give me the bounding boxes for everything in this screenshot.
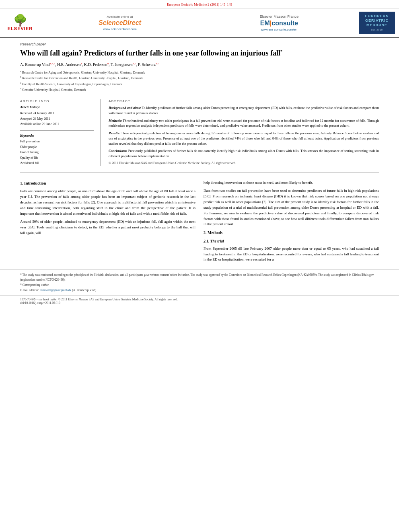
- keywords-label: Keywords:: [20, 134, 94, 138]
- footnotes-section: * The study was conducted according to t…: [0, 269, 399, 296]
- affiliation-item: b Research Centre for Prevention and Hea…: [20, 75, 379, 81]
- keyword-item: Accidental fall: [20, 160, 94, 166]
- author-email-link[interactable]: anbovi01@glo.regionh.dk: [40, 288, 72, 292]
- body-left-column: 1. Introduction Falls are common among o…: [20, 180, 195, 265]
- journal-banner: 🌳 ELSEVIER Available online at ScienceDi…: [0, 8, 399, 38]
- accepted-date: Accepted 24 May 2011: [20, 116, 94, 122]
- elsevier-tree-icon: 🌳: [13, 15, 27, 26]
- body-para2: Around 50% of older people, admitted to …: [20, 219, 195, 236]
- affiliation-item: d Gentofte University Hospital, Gentofte…: [20, 87, 379, 92]
- body-para1: Falls are common among older people, as …: [20, 189, 195, 217]
- online-date: Available online 29 June 2011: [20, 121, 94, 127]
- elsevier-wordmark: ELSEVIER: [8, 26, 33, 31]
- em-consulte-logo: EM|consulte: [260, 20, 298, 27]
- abstract-results: Results: Three independent predictors of…: [109, 131, 379, 146]
- abstract-copyright: © 2011 Elsevier Masson SAS and European …: [109, 161, 379, 165]
- keyword-item: Fear of falling: [20, 150, 94, 155]
- journal-ref-text: European Geriatric Medicine 2 (2011) 145…: [167, 2, 232, 6]
- article-history-label: Article history:: [20, 105, 94, 109]
- journal-reference-bar: European Geriatric Medicine 2 (2011) 145…: [0, 0, 399, 8]
- affiliations-block: a Research Centre for Aging and Osteopor…: [20, 70, 379, 93]
- section2-heading: 2. Methods: [204, 230, 379, 236]
- section-divider: [20, 96, 379, 96]
- footer-issn: 1878-7649/$ – see front matter © 2011 El…: [0, 296, 399, 306]
- paper-type-label: Research paper: [20, 42, 379, 46]
- affiliation-item: a Research Centre for Aging and Osteopor…: [20, 70, 379, 75]
- article-info-column: ARTICLE INFO Article history: Received 2…: [20, 99, 101, 166]
- abstract-background: Background and aims: To identify predict…: [109, 105, 379, 116]
- article-info-section-label: ARTICLE INFO: [20, 99, 94, 103]
- body-section: 1. Introduction Falls are common among o…: [0, 175, 399, 269]
- received-date: Received 24 January 2011: [20, 111, 94, 116]
- footnote-star: * The study was conducted according to t…: [20, 273, 379, 282]
- keyword-item: Quality of life: [20, 155, 94, 161]
- footnote-email: E-mail address: anbovi01@glo.regionh.dk …: [20, 288, 379, 292]
- section1-heading: 1. Introduction: [20, 180, 195, 187]
- egm-badge-subtitle: est. 2010: [360, 28, 393, 31]
- paper-title: Who will fall again? Predictors of furth…: [20, 49, 379, 58]
- egm-badge: EUROPEANGERIATRICMEDICINE est. 2010: [359, 12, 395, 34]
- body-right-column: help directing intervention at those mos…: [204, 180, 379, 265]
- body-para3: help directing intervention at those mos…: [204, 180, 379, 186]
- abstract-label: ABSTRACT: [109, 99, 379, 103]
- em-masson-label: Elsevier Masson France: [260, 14, 299, 18]
- body-para5: From September 2005 till late February 2…: [204, 246, 379, 263]
- elsevier-logo: 🌳 ELSEVIER: [4, 15, 36, 31]
- keywords-section: Keywords: Fall preventionOlder peopleFea…: [20, 134, 94, 166]
- issn-text: 1878-7649/$ – see front matter © 2011 El…: [20, 298, 379, 301]
- doi-text: doi:10.1016/j.eurger.2011.05.010: [20, 301, 379, 305]
- affiliation-item: c Faculty of Health Science, University …: [20, 81, 379, 87]
- body-divider: [20, 173, 379, 173]
- available-online-label: Available online at: [107, 15, 133, 18]
- sciencedirect-logo: ScienceDirect: [99, 19, 141, 27]
- keywords-list: Fall preventionOlder peopleFear of falli…: [20, 139, 94, 166]
- article-dates: Received 24 January 2011 Accepted 24 May…: [20, 111, 94, 127]
- em-consulte-section: Elsevier Masson France EM|consulte www.e…: [200, 14, 359, 31]
- em-url: www.em-consulte.com/en: [261, 28, 297, 31]
- keyword-item: Fall prevention: [20, 139, 94, 144]
- sciencedirect-url: www.sciencedirect.com: [103, 27, 136, 31]
- abstract-conclusions: Conclusions: Previously published predic…: [109, 148, 379, 159]
- egm-badge-line1: EUROPEANGERIATRICMEDICINE: [360, 14, 393, 27]
- keyword-item: Older people: [20, 144, 94, 150]
- authors-line: A. Bonnerup Vinda,*,b, H.E. Andersena, K…: [20, 62, 379, 67]
- footnote-corresponding: * Corresponding author.: [20, 283, 379, 287]
- body-para4: Data from two studies on fall prevention…: [204, 188, 379, 228]
- abstract-column: ABSTRACT Background and aims: To identif…: [109, 99, 379, 166]
- abstract-methods: Methods: Three hundred and ninety-two ol…: [109, 118, 379, 129]
- years-text: years: [304, 252, 312, 256]
- sciencedirect-section: Available online at ScienceDirect www.sc…: [40, 15, 200, 31]
- info-divider: [20, 130, 94, 131]
- subsection-heading: 2.1. The trial: [204, 238, 379, 244]
